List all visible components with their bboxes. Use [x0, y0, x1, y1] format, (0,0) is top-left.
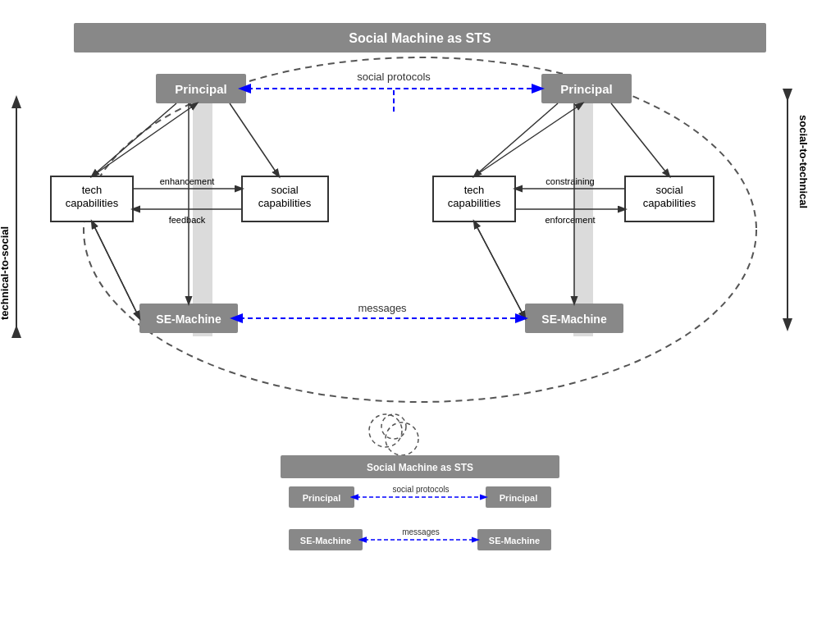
- social-cap-right: social: [655, 184, 682, 196]
- social-cap-left: social: [271, 184, 298, 196]
- main-container: { "top": { "sts_banner": "Social Machine…: [0, 0, 840, 630]
- svg-line-27: [474, 221, 525, 318]
- svg-line-18: [92, 103, 197, 176]
- principal-left: Principal: [175, 82, 226, 96]
- mini-se-left: SE-Machine: [300, 536, 351, 546]
- svg-line-21: [474, 103, 582, 176]
- label-constraining: constraining: [546, 176, 594, 186]
- tech-cap-left: tech: [82, 184, 103, 196]
- label-feedback: feedback: [169, 215, 206, 225]
- tech-cap-right: tech: [464, 184, 485, 196]
- axis-left: technical-to-social: [0, 226, 11, 320]
- social-cap-left-2: capabilities: [258, 197, 312, 209]
- label-social-protocols: social protocols: [357, 71, 431, 83]
- label-enhancement: enhancement: [160, 176, 215, 186]
- tech-cap-right-2: capabilities: [448, 197, 501, 209]
- mini-sts-banner: Social Machine as STS: [367, 462, 473, 473]
- axis-right: social-to-technical: [797, 115, 810, 208]
- social-cap-right-2: capabilities: [643, 197, 696, 209]
- svg-line-19: [474, 103, 558, 176]
- tech-cap-left-2: capabilities: [66, 197, 119, 209]
- svg-line-20: [611, 103, 669, 176]
- se-left: SE-Machine: [156, 313, 221, 326]
- mini-principal-right: Principal: [500, 493, 537, 503]
- sts-banner-title: Social Machine as STS: [349, 31, 491, 45]
- label-enforcement: enforcement: [545, 215, 595, 225]
- svg-line-17: [230, 103, 279, 176]
- svg-point-1: [84, 57, 756, 402]
- svg-point-35: [381, 414, 406, 439]
- principal-right: Principal: [560, 82, 612, 96]
- mini-se-right: SE-Machine: [489, 536, 540, 546]
- svg-line-16: [92, 103, 176, 176]
- se-right: SE-Machine: [541, 313, 607, 326]
- mini-label-social-protocols: social protocols: [393, 485, 450, 494]
- mini-principal-left: Principal: [303, 493, 340, 503]
- mini-label-messages: messages: [402, 527, 440, 536]
- label-messages: messages: [358, 302, 407, 314]
